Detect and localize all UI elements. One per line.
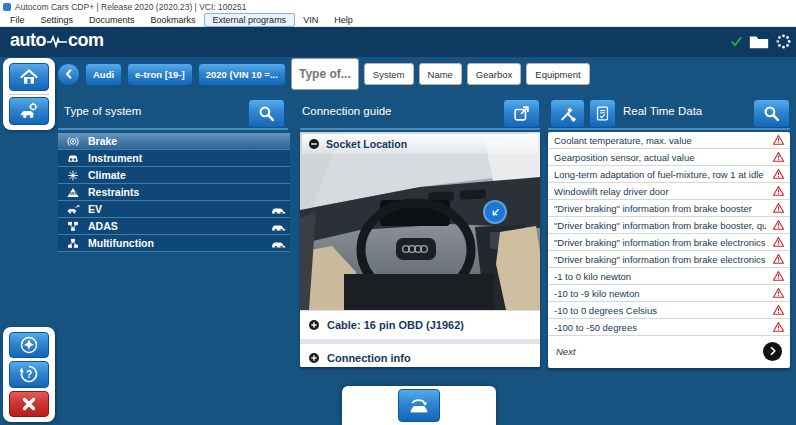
real-time-data-row[interactable]: Windowlift relay driver door — [548, 183, 790, 200]
system-item-restraints[interactable]: SRSRestraints — [58, 184, 290, 201]
connection-info-label: Connection info — [327, 352, 411, 364]
help-button[interactable]: ? — [9, 361, 49, 387]
system-item-instrument[interactable]: Instrument — [58, 150, 290, 167]
middle-panel-title: Connection guide — [302, 105, 392, 117]
data-row-label: "Driver braking" information from brake … — [548, 237, 766, 248]
system-search-button[interactable] — [248, 99, 285, 128]
car-gear-icon — [18, 101, 40, 121]
data-search-button[interactable] — [753, 99, 790, 128]
breadcrumb-item[interactable]: Audi — [85, 63, 122, 86]
menu-item-file[interactable]: File — [2, 14, 33, 26]
menu-item-bookmarks[interactable]: Bookmarks — [143, 14, 204, 26]
socket-location-header[interactable]: Socket Location — [302, 134, 538, 154]
menu-item-documents[interactable]: Documents — [81, 14, 143, 26]
report-button[interactable] — [589, 99, 616, 128]
right-panel-underline — [548, 128, 790, 130]
vehicle-connect-button[interactable] — [398, 389, 440, 422]
system-item-label: Restraints — [88, 186, 290, 198]
system-item-adas[interactable]: ADAS — [58, 218, 290, 235]
real-time-data-row[interactable]: "Driver braking" information from brake … — [548, 217, 790, 234]
open-external-button[interactable] — [503, 99, 540, 128]
multifunction-icon — [58, 237, 88, 250]
real-time-data-row[interactable]: Coolant temperature, max. value — [548, 132, 790, 149]
adjustments-button[interactable] — [550, 99, 585, 128]
car-badge-icon — [268, 221, 290, 231]
cable-section-row[interactable]: Cable: 16 pin OBD (J1962) — [300, 310, 540, 339]
logo-text-left: auto — [10, 30, 46, 51]
data-row-label: Gearposition sensor, actual value — [548, 152, 766, 163]
real-time-data-row[interactable]: -100 to -50 degrees — [548, 319, 790, 336]
filter-button-gearbox[interactable]: Gearbox — [467, 63, 521, 85]
filter-button-name[interactable]: Name — [419, 63, 462, 85]
system-item-label: Instrument — [88, 152, 290, 164]
spinner-icon — [775, 33, 792, 50]
car-interior-image — [300, 132, 540, 310]
menu-item-vin[interactable]: VIN — [295, 14, 326, 26]
system-item-label: Brake — [88, 135, 290, 147]
car-refresh-icon — [407, 395, 431, 417]
system-item-multifunction[interactable]: Multifunction — [58, 235, 290, 252]
bottom-action-panel — [342, 386, 496, 425]
menu-item-external-programs[interactable]: External programs — [204, 13, 296, 27]
data-row-label: Long-term adaptation of fuel-mixture, ro… — [548, 169, 766, 180]
left-toolbar — [3, 58, 55, 130]
system-item-brake[interactable]: Brake — [58, 133, 290, 150]
real-time-data-row[interactable]: -10 to -9 kilo newton — [548, 285, 790, 302]
real-time-data-row[interactable]: Long-term adaptation of fuel-mixture, ro… — [548, 166, 790, 183]
close-button[interactable] — [9, 391, 49, 417]
obd-flight-button[interactable] — [9, 332, 49, 358]
connection-guide-panel: Socket Location Cable: 16 pin OBD (J1962… — [300, 132, 540, 367]
toolbar-divider — [9, 94, 49, 95]
system-list: BrakeInstrumentClimateSRSRestraintsEVADA… — [58, 133, 290, 252]
system-item-label: ADAS — [88, 220, 268, 232]
car-badge-icon — [268, 238, 290, 248]
type-of-filter-input[interactable] — [291, 58, 359, 90]
breadcrumb-item[interactable]: 2020 (VIN 10 =... — [198, 63, 286, 86]
connection-info-row[interactable]: Connection info — [300, 344, 540, 367]
warning-icon — [766, 253, 790, 265]
breadcrumb-item[interactable]: e-tron [19-] — [127, 63, 193, 86]
menu-item-help[interactable]: Help — [326, 14, 361, 26]
filter-button-equipment[interactable]: Equipment — [526, 63, 589, 85]
folder-icon[interactable] — [749, 34, 769, 49]
real-time-data-row[interactable]: "Driver braking" information from brake … — [548, 251, 790, 268]
search-icon — [257, 104, 276, 123]
bottom-toolbar: ? — [3, 327, 55, 422]
real-time-data-list: Coolant temperature, max. valueGearposit… — [548, 132, 790, 336]
next-page-button[interactable] — [763, 342, 782, 361]
plane-icon — [19, 335, 39, 355]
expand-icon — [308, 319, 320, 331]
middle-panel-underline — [300, 128, 540, 130]
menu-bar: FileSettingsDocumentsBookmarksExternal p… — [0, 13, 796, 27]
expand-icon — [308, 352, 320, 364]
ev-icon — [58, 203, 88, 216]
real-time-data-row[interactable]: "Driver braking" information from brake … — [548, 234, 790, 251]
socket-location-badge[interactable] — [483, 200, 507, 224]
left-panel-underline — [58, 128, 288, 130]
pulse-icon — [47, 34, 67, 48]
menu-item-settings[interactable]: Settings — [33, 14, 82, 26]
warning-icon — [766, 236, 790, 248]
socket-location-photo: Socket Location — [300, 132, 540, 310]
real-time-data-row[interactable]: -10 to 0 degrees Celsius — [548, 302, 790, 319]
window-title: Autocom Cars CDP+ | Release 2020 (2020.2… — [15, 2, 246, 12]
logo-text-right: com — [68, 30, 104, 51]
chevron-left-icon — [62, 67, 76, 81]
real-time-data-row[interactable]: -1 to 0 kilo newton — [548, 268, 790, 285]
brand-logo: auto com — [10, 30, 104, 51]
vehicle-settings-button[interactable] — [9, 97, 49, 125]
warning-icon — [766, 304, 790, 316]
filter-button-system[interactable]: System — [364, 63, 414, 85]
warning-icon — [766, 202, 790, 214]
system-item-ev[interactable]: EV — [58, 201, 290, 218]
arrow-down-left-icon — [489, 206, 502, 219]
search-icon — [762, 104, 781, 123]
real-time-data-row[interactable]: "Driver braking" information from brake … — [548, 200, 790, 217]
data-row-label: "Driver braking" information from brake … — [548, 254, 766, 265]
back-button[interactable] — [57, 63, 80, 86]
home-button[interactable] — [9, 63, 49, 91]
real-time-data-row[interactable]: Gearposition sensor, actual value — [548, 149, 790, 166]
left-panel-title: Type of system — [64, 105, 141, 117]
breadcrumb-items: Audie-tron [19-]2020 (VIN 10 =... — [85, 63, 286, 86]
system-item-climate[interactable]: Climate — [58, 167, 290, 184]
